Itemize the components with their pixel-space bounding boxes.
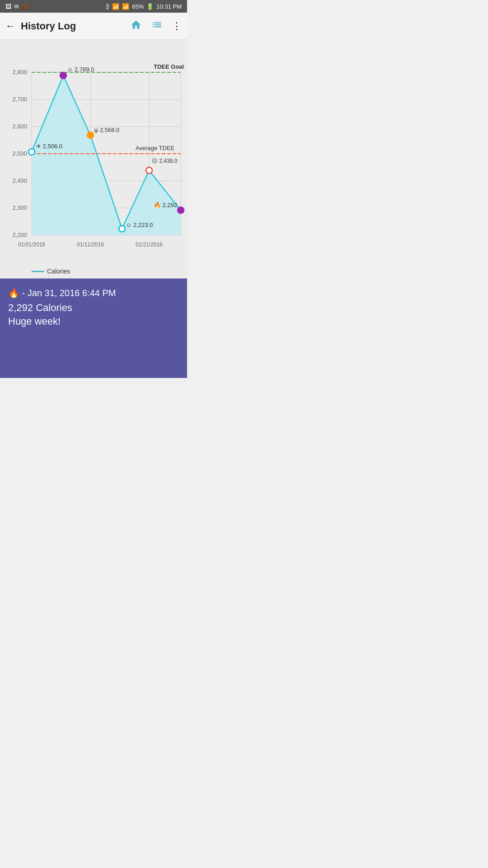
chart-legend: Calories — [0, 264, 187, 275]
bluetooth-icon: ₿ — [106, 3, 109, 10]
data-point-5[interactable] — [146, 167, 152, 174]
wifi-icon: 📶 — [112, 3, 119, 10]
calories-chart: 2,800 2,700 2,600 2,500 2,400 2,300 2,20… — [0, 45, 187, 262]
avg-tdee-value-label: ☹ 2,438.0 — [152, 158, 178, 164]
more-options-icon[interactable]: ⋮ — [172, 20, 182, 32]
svg-text:2,200: 2,200 — [12, 231, 27, 238]
email-icon: ✉ — [14, 3, 19, 10]
page-title: History Log — [21, 20, 125, 32]
image-icon: 🖼 — [5, 3, 11, 10]
chart-container: 2,800 2,700 2,600 2,500 2,400 2,300 2,20… — [0, 40, 187, 278]
battery-level: 65% — [132, 3, 144, 10]
label-3: ψ 2,568.0 — [94, 127, 119, 133]
data-point-6[interactable] — [178, 207, 184, 213]
label-2: ☺ 2,789.0 — [67, 66, 94, 73]
svg-text:2,700: 2,700 — [12, 96, 27, 103]
info-card-calories: 2,292 Calories — [8, 302, 179, 314]
svg-text:2,300: 2,300 — [12, 204, 27, 211]
briefcase-icon: 💼 — [22, 3, 29, 10]
back-button[interactable]: ← — [5, 20, 15, 32]
legend-line-calories — [32, 271, 44, 272]
status-bar: 🖼 ✉ 💼 ₿ 📶 📶 65% 🔋 10:31 PM — [0, 0, 187, 13]
clock: 10:31 PM — [156, 3, 182, 10]
data-point-4[interactable] — [119, 226, 125, 232]
app-bar-actions: ⋮ — [130, 19, 182, 33]
x-label-3: 01/21/2016 — [136, 241, 163, 248]
home-icon[interactable] — [130, 19, 142, 33]
label-6: 🔥 2,292 — [154, 201, 177, 209]
data-point-3[interactable] — [87, 132, 94, 138]
app-bar: ← History Log ⋮ — [0, 13, 187, 40]
info-card: 🔥 - Jan 31, 2016 6:44 PM 2,292 Calories … — [0, 278, 187, 378]
x-label-1: 01/01/2016 — [18, 241, 45, 248]
svg-text:2,800: 2,800 — [12, 69, 27, 75]
battery-icon: 🔋 — [146, 3, 154, 10]
svg-text:2,400: 2,400 — [12, 177, 27, 184]
tdee-goal-label: TDEE Goal — [154, 63, 184, 70]
svg-text:2,600: 2,600 — [12, 123, 27, 130]
label-1: ✈ 2,506.0 — [36, 143, 62, 150]
data-point-1[interactable] — [28, 149, 35, 155]
list-icon[interactable] — [151, 19, 163, 33]
data-point-2[interactable] — [60, 72, 66, 79]
x-label-2: 01/11/2016 — [77, 241, 104, 248]
info-card-note: Huge week! — [8, 316, 179, 327]
svg-text:2,500: 2,500 — [12, 150, 27, 157]
info-card-title: 🔥 - Jan 31, 2016 6:44 PM — [8, 288, 179, 298]
legend-label-calories: Calories — [47, 268, 70, 275]
average-tdee-label: Average TDEE — [136, 145, 175, 151]
info-card-icon: 🔥 — [8, 288, 19, 298]
signal-icon: 📶 — [122, 3, 129, 10]
label-4: ☺ 2,223.0 — [126, 222, 153, 228]
